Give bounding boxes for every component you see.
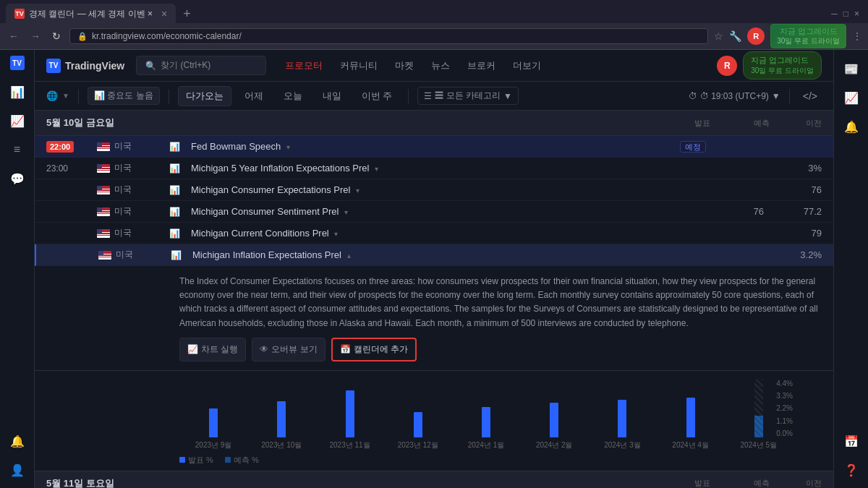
- sidebar-watchlist-icon[interactable]: ≡: [4, 137, 30, 163]
- profile-circle[interactable]: R: [747, 27, 765, 45]
- right-sidebar-calendar-icon[interactable]: 📅: [838, 428, 864, 454]
- bar-actual-2: [277, 401, 286, 437]
- x-label-9: 2024년 5월: [725, 440, 793, 450]
- event-row-inflation-expectations[interactable]: 미국 📊 Michigan Inflation Expectations Pre…: [35, 244, 833, 266]
- search-placeholder: 찾기 (Ctrl+K): [161, 59, 210, 72]
- time-cell-2: 23:00: [46, 163, 97, 174]
- browser-toolbar: ← → ↻ 🔒 kr.tradingview.com/economic-cale…: [0, 23, 868, 49]
- tab-close-btn[interactable]: ×: [161, 8, 167, 20]
- country-name-5: 미국: [114, 227, 132, 239]
- right-sidebar-chart-icon[interactable]: 📈: [838, 85, 864, 111]
- country-name-3: 미국: [114, 184, 132, 196]
- tab-title: 경제 캘린더 — 세계 경제 이벤 ×: [29, 8, 153, 20]
- nav-link-broker[interactable]: 브로커: [460, 56, 503, 75]
- right-sidebar-alert-icon[interactable]: 🔔: [838, 114, 864, 140]
- menu-icon: ☰: [424, 91, 432, 101]
- tab-today[interactable]: 오늘: [276, 87, 310, 106]
- importance-filter[interactable]: 📊 중요도 높음: [88, 87, 160, 105]
- day-title-may10: 5월 10일 금요일: [46, 116, 114, 129]
- chart-run-btn[interactable]: 📈 차트 실행: [179, 338, 246, 361]
- event-row-consumer-sentiment[interactable]: 미국 📊 Michigan Consumer Sentiment Prel ▾ …: [35, 201, 833, 223]
- right-sidebar-news-icon[interactable]: 📰: [838, 56, 864, 82]
- code-btn[interactable]: </>: [799, 89, 822, 103]
- address-bar[interactable]: 🔒 kr.tradingview.com/economic-calendar/: [69, 28, 708, 44]
- event-name-3: Michigan Consumer Expectations Prel ▾: [191, 184, 648, 195]
- event-row-current-conditions[interactable]: 미국 📊 Michigan Current Conditions Prel ▾ …: [35, 223, 833, 244]
- chart-col-4: [384, 380, 452, 437]
- lock-icon: 🔒: [77, 32, 88, 41]
- nav-link-more[interactable]: 더보기: [506, 56, 548, 75]
- sidebar-chat-icon[interactable]: 💬: [4, 166, 30, 192]
- bar-actual-4: [414, 412, 422, 437]
- us-flag-3: [97, 186, 110, 194]
- tab-yesterday[interactable]: 어제: [237, 87, 271, 106]
- category-dropdown[interactable]: ☰ ☰ 모든 카테고리 ▼: [417, 87, 519, 105]
- tab-this-week[interactable]: 이번 주: [354, 87, 400, 106]
- event-actions: 📈 차트 실행 👁 오버뷰 보기 📅 캘린더에 추가: [179, 338, 822, 361]
- app-logo[interactable]: TV: [10, 56, 25, 70]
- user-avatar[interactable]: R: [717, 56, 737, 76]
- timezone-dropdown-icon: ▼: [772, 91, 780, 101]
- tab-upcoming[interactable]: 다가오는: [178, 86, 231, 106]
- nav-back-btn[interactable]: ←: [6, 29, 22, 43]
- right-sidebar-help-icon[interactable]: ❓: [838, 457, 864, 483]
- y-label-2: 3.3%: [776, 392, 793, 400]
- day-header-may10: 5월 10일 금요일 발표 예측 이전: [35, 111, 833, 136]
- calendar-btn-label: 캘린더에 추가: [354, 343, 408, 356]
- sidebar-chart-icon[interactable]: 📊: [4, 79, 30, 105]
- time-cell-1: 22:00: [46, 141, 97, 153]
- more-icon[interactable]: ⋮: [852, 30, 862, 42]
- nav-forward-btn[interactable]: →: [27, 29, 43, 43]
- filter-divider-3: [408, 89, 409, 103]
- nav-link-news[interactable]: 뉴스: [424, 56, 457, 75]
- extensions-icon[interactable]: 🔧: [729, 30, 741, 42]
- active-tab[interactable]: TV 경제 캘린더 — 세계 경제 이벤 × ×: [6, 4, 176, 24]
- url-text: kr.tradingview.com/economic-calendar/: [92, 31, 242, 41]
- day-title-may11: 5월 11일 토요일: [46, 477, 114, 488]
- nav-link-market[interactable]: 마켓: [388, 56, 421, 75]
- bookmark-icon[interactable]: ☆: [714, 30, 723, 42]
- sidebar-alert-icon[interactable]: 🔔: [4, 428, 30, 454]
- filter-divider-4: [789, 89, 790, 103]
- upgrade-pill[interactable]: 지금 업그레이드30일 무료 드라이얼: [743, 51, 822, 80]
- logo-icon: TV: [10, 56, 25, 70]
- overview-btn[interactable]: 👁 오버뷰 보기: [252, 338, 325, 361]
- country-cell-6: 미국: [98, 249, 171, 261]
- col-header-forecast-11: 예측: [754, 478, 770, 488]
- importance-label: 중요도 높음: [107, 90, 153, 100]
- flag-dropdown-icon: ▼: [62, 92, 69, 100]
- chart-y-axis: 4.4% 3.3% 2.2% 1.1% 0.0%: [776, 380, 793, 437]
- event-row-michigan-5yr[interactable]: 23:00 미국 📊 Michigan 5 Year Inflation Exp…: [35, 158, 833, 179]
- importance-icon-2: 📊: [169, 163, 191, 174]
- chart-x-labels: 2023년 9월 2023년 10월 2023년 11월 2023년 12월 2…: [179, 440, 793, 450]
- x-label-2: 2023년 10월: [247, 440, 315, 450]
- legend-actual-label: 발표 %: [188, 455, 213, 466]
- expand-icon-1: ▾: [286, 143, 290, 151]
- new-tab-btn[interactable]: +: [180, 7, 194, 22]
- nav-right: R 지금 업그레이드30일 무료 드라이얼: [717, 51, 822, 80]
- event-row-fed-bowman[interactable]: 22:00 미국 📊 Fed Bowman Speech ▾ 예정: [35, 136, 833, 158]
- importance-icon-4: 📊: [169, 207, 191, 217]
- upgrade-btn[interactable]: 지금 업그레이드30일 무료 드라이얼: [770, 24, 846, 48]
- event-row-consumer-expectations[interactable]: 미국 📊 Michigan Consumer Expectations Prel…: [35, 179, 833, 201]
- sidebar-profile-icon[interactable]: 👤: [4, 457, 30, 483]
- sidebar-trend-icon[interactable]: 📈: [4, 108, 30, 134]
- tab-tomorrow[interactable]: 내일: [315, 87, 349, 106]
- chart-col-2: [247, 380, 315, 437]
- country-cell-5: 미국: [97, 227, 169, 239]
- us-flag-6: [98, 251, 111, 260]
- search-bar[interactable]: 🔍 찾기 (Ctrl+K): [136, 56, 266, 75]
- nav-refresh-btn[interactable]: ↻: [49, 29, 64, 43]
- section-may10: 5월 10일 금요일 발표 예측 이전 22:00 미국 📊: [35, 111, 833, 471]
- nav-link-community[interactable]: 커뮤니티: [333, 56, 385, 75]
- timezone-display[interactable]: ⏱ ⏱ 19:03 (UTC+9) ▼: [689, 91, 780, 101]
- browser-actions: ☆ 🔧 R 지금 업그레이드30일 무료 드라이얼 ⋮: [714, 24, 862, 48]
- x-label-7: 2024년 3월: [588, 440, 656, 450]
- add-calendar-btn[interactable]: 📅 캘린더에 추가: [331, 338, 417, 361]
- bar-actual-8: [686, 398, 695, 437]
- legend-forecast-label: 예측 %: [234, 455, 259, 466]
- expand-icon-4: ▾: [344, 208, 348, 216]
- nav-link-promo[interactable]: 프로모터: [278, 56, 330, 75]
- bar-actual-3: [346, 390, 354, 437]
- flag-filter[interactable]: 🌐 ▼: [46, 90, 69, 101]
